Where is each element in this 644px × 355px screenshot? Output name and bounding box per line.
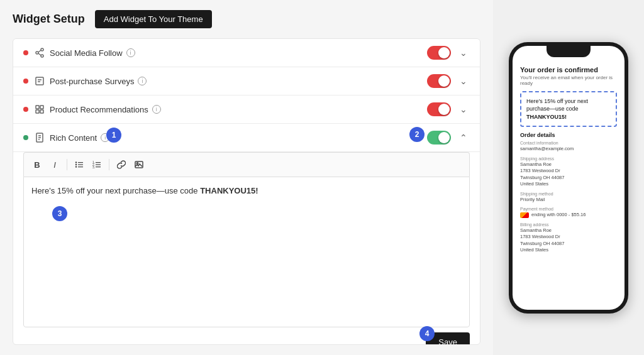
- phone-billing-label: Billing address: [520, 222, 617, 227]
- phone-shipping-row: Shipping address Samantha Roe1783 Westwo…: [520, 156, 617, 188]
- toolbar-italic[interactable]: I: [47, 156, 63, 173]
- editor-body[interactable]: Here's 15% off your next purchase—use co…: [23, 177, 470, 327]
- main-panel: Widget Setup Add Widget To Your Theme So…: [0, 0, 493, 355]
- svg-rect-10: [36, 110, 39, 113]
- toggle-rich[interactable]: [427, 131, 451, 145]
- widget-label-social: Social Media Follow i: [50, 48, 427, 58]
- svg-point-29: [136, 163, 138, 164]
- widget-row-surveys: Post-purchase Surveys i ⌄: [13, 67, 480, 96]
- widget-label-surveys: Post-purchase Surveys i: [50, 77, 427, 86]
- toggle-social[interactable]: [427, 46, 451, 60]
- toggle-surveys[interactable]: [427, 74, 451, 88]
- svg-text:3.: 3.: [92, 165, 95, 169]
- page-header: Widget Setup Add Widget To Your Theme: [13, 10, 480, 28]
- svg-rect-27: [96, 167, 101, 167]
- phone-payment-value-row: ending with 0000 - $55.16: [520, 212, 617, 219]
- widget-row-social: Social Media Follow i ⌄: [13, 39, 480, 67]
- payment-card-icon: [520, 212, 529, 218]
- svg-rect-19: [78, 165, 83, 165]
- phone-payment-row: Payment method ending with 0000 - $55.16: [520, 207, 617, 219]
- phone-payment-label: Payment method: [520, 207, 617, 211]
- phone-notch: [547, 46, 591, 57]
- svg-point-1: [36, 52, 38, 54]
- toggle-annotation-wrap: 2: [427, 131, 457, 145]
- widget-dot-social: [23, 50, 28, 55]
- widget-dot-products: [23, 107, 28, 112]
- phone-widget-box: Here's 15% off your next purchase—use co…: [520, 91, 617, 128]
- info-icon-surveys[interactable]: i: [138, 77, 147, 85]
- phone-widget-text: Here's 15% off your next purchase—use co…: [526, 97, 611, 121]
- chevron-surveys[interactable]: ⌄: [457, 75, 470, 87]
- share-icon: [35, 48, 45, 58]
- info-icon-social[interactable]: i: [126, 48, 135, 57]
- toolbar-image[interactable]: [131, 156, 147, 173]
- toolbar-divider-2: [109, 159, 109, 170]
- phone-shipping-label: Shipping address: [520, 156, 617, 161]
- svg-rect-17: [78, 162, 83, 163]
- widget-label-rich: Rich Content i: [50, 133, 427, 143]
- widget-row-products: Product Recommendations i ⌄: [13, 96, 480, 124]
- phone-method-row: Shipping method Priority Mail: [520, 192, 617, 204]
- survey-icon: [35, 76, 45, 86]
- svg-rect-23: [96, 162, 101, 163]
- svg-rect-9: [40, 106, 43, 109]
- save-button[interactable]: Save: [426, 332, 470, 345]
- svg-point-2: [41, 55, 43, 57]
- svg-line-3: [38, 50, 41, 52]
- widget-label-products: Product Recommendations i: [50, 105, 427, 114]
- phone-contact-row: Contact information samantha@example.com: [520, 141, 617, 153]
- editor-toolbar: B I 1.2.3.: [23, 152, 470, 177]
- svg-rect-25: [96, 165, 101, 165]
- svg-line-4: [38, 53, 41, 55]
- widget-row-rich: Rich Content i 2 ⌃: [13, 124, 480, 152]
- toolbar-divider-1: [67, 159, 67, 170]
- phone-content: Your order is confirmed You'll receive a…: [513, 60, 625, 264]
- add-widget-button[interactable]: Add Widget To Your Theme: [95, 10, 212, 28]
- phone-shipping-value: Samantha Roe1783 Westwood DrTwinsburg OH…: [520, 161, 617, 188]
- phone-payment-value: ending with 0000 - $55.16: [531, 212, 586, 219]
- editor-content: Here's 15% off your next purchase—use co…: [31, 185, 462, 197]
- svg-point-16: [75, 161, 77, 163]
- toggle-wrap-social: [427, 46, 451, 60]
- phone-contact-value: samantha@example.com: [520, 146, 617, 153]
- phone-preview-panel: Your order is confirmed You'll receive a…: [493, 0, 644, 355]
- editor-wrap: 3 B I 1.2.3.: [13, 152, 480, 345]
- info-icon-rich[interactable]: i: [101, 133, 109, 142]
- svg-rect-8: [36, 106, 39, 109]
- svg-rect-11: [40, 110, 43, 113]
- phone-billing-value: Samantha Roe1783 Westwood DrTwinsburg OH…: [520, 227, 617, 254]
- widget-dot-surveys: [23, 79, 28, 84]
- phone-order-confirmed: Your order is confirmed: [520, 66, 617, 74]
- phone-mockup: Your order is confirmed You'll receive a…: [509, 42, 628, 314]
- toggle-wrap-surveys: [427, 74, 451, 88]
- phone-method-value: Priority Mail: [520, 197, 617, 204]
- chevron-social[interactable]: ⌄: [457, 46, 470, 59]
- save-row: 4 Save: [23, 332, 470, 345]
- chevron-products[interactable]: ⌄: [457, 103, 470, 116]
- widget-row-rich-content-wrapper: 1 Rich Content i 2: [13, 124, 480, 345]
- page-title: Widget Setup: [13, 13, 85, 26]
- toolbar-ordered-list[interactable]: 1.2.3.: [89, 156, 105, 173]
- svg-point-0: [41, 48, 43, 51]
- doc-icon: [35, 133, 45, 143]
- phone-screen: Your order is confirmed You'll receive a…: [513, 46, 625, 310]
- info-icon-products[interactable]: i: [152, 105, 161, 114]
- widgets-container: Social Media Follow i ⌄ Post-purchase Su…: [13, 38, 480, 345]
- svg-rect-21: [78, 167, 83, 167]
- phone-contact-label: Contact information: [520, 141, 617, 145]
- toggle-products[interactable]: [427, 102, 451, 116]
- svg-point-20: [75, 166, 77, 167]
- phone-billing-row: Billing address Samantha Roe1783 Westwoo…: [520, 222, 617, 254]
- phone-method-label: Shipping method: [520, 192, 617, 196]
- grid-icon: [35, 104, 45, 114]
- toolbar-bold[interactable]: B: [29, 156, 45, 173]
- toggle-wrap-products: [427, 102, 451, 116]
- chevron-rich[interactable]: ⌃: [457, 131, 470, 144]
- toolbar-link[interactable]: [113, 156, 130, 173]
- toggle-wrap-rich: [427, 131, 451, 145]
- toolbar-unordered-list[interactable]: [71, 156, 87, 173]
- phone-order-details-title: Order details: [520, 132, 617, 138]
- svg-point-18: [75, 164, 77, 165]
- svg-rect-5: [36, 77, 43, 85]
- widget-dot-rich: [23, 135, 28, 140]
